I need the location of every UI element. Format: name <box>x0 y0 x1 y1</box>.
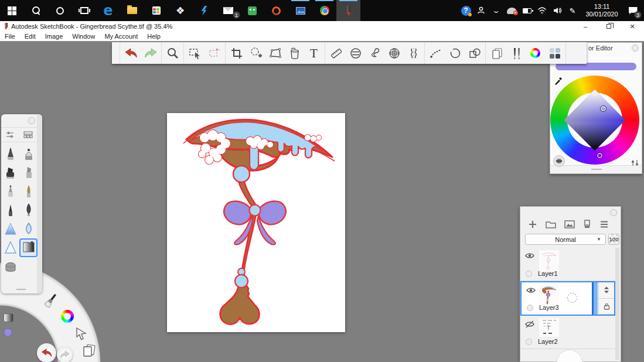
start-button[interactable] <box>0 0 24 21</box>
help-tray-button[interactable]: ? <box>459 0 473 21</box>
taskbar-search-button[interactable] <box>24 0 48 21</box>
add-layer-icon[interactable] <box>528 220 537 229</box>
lagoon-color-wheel-icon[interactable] <box>61 310 74 323</box>
color-puck[interactable] <box>4 328 12 337</box>
predictive-stroke-button[interactable] <box>426 43 445 63</box>
lagoon-brush-icon[interactable] <box>43 292 59 309</box>
blend-mode-dropdown[interactable]: Normal ▼ <box>525 234 606 245</box>
steady-stroke-button[interactable] <box>445 43 465 63</box>
cortana-button[interactable] <box>48 0 72 21</box>
lagoon-layers-icon[interactable] <box>82 344 96 358</box>
eyedropper-icon[interactable] <box>554 76 563 86</box>
hue-selector[interactable] <box>597 152 603 159</box>
layers-scrollbar[interactable] <box>615 248 619 360</box>
transform-tool-button[interactable] <box>246 43 265 63</box>
visibility-eye-icon[interactable] <box>525 252 534 259</box>
color-editor-button[interactable] <box>526 43 545 63</box>
copic-library-button[interactable] <box>545 43 564 63</box>
brush-pencil[interactable] <box>1 145 19 163</box>
brush-inking-pen[interactable] <box>1 201 19 220</box>
menu-window[interactable]: Window <box>67 32 100 41</box>
copy-paste-button[interactable] <box>487 43 506 63</box>
taskbar-mail[interactable]: 1 <box>216 0 240 21</box>
tray-clock[interactable]: 13:11 30/01/2020 <box>581 3 623 18</box>
menu-edit[interactable]: Edit <box>20 32 40 41</box>
volume-tray[interactable] <box>550 0 564 21</box>
crop-tool-button[interactable] <box>227 43 246 63</box>
network-tray[interactable] <box>535 0 549 21</box>
taskbar-chrome[interactable] <box>312 0 336 21</box>
layer-group-icon[interactable] <box>546 220 556 228</box>
menu-my-account[interactable]: My Account <box>100 32 142 41</box>
menu-file[interactable]: File <box>0 32 20 41</box>
zoom-tool-button[interactable] <box>163 43 182 63</box>
taskbar-green-app[interactable] <box>240 0 264 21</box>
redo-button[interactable] <box>141 43 160 63</box>
palette-edge[interactable] <box>37 114 42 293</box>
taskbar-sketchbook[interactable] <box>336 0 360 21</box>
layer-lock-button[interactable] <box>599 299 614 315</box>
taskbar-store[interactable] <box>144 0 168 21</box>
onedrive-tray[interactable] <box>505 0 519 21</box>
minimize-button[interactable]: – <box>574 21 597 32</box>
lagoon-cursor-icon[interactable] <box>75 327 88 341</box>
close-button[interactable]: ✕ <box>621 21 644 32</box>
brush-technical-pencil[interactable] <box>1 238 19 257</box>
brush-library-grid-icon[interactable] <box>23 131 33 139</box>
brush-eraser[interactable] <box>1 257 19 276</box>
palette-collapse-button[interactable] <box>28 117 35 124</box>
lagoon-redo-button[interactable] <box>57 347 73 362</box>
layer3-radio[interactable] <box>527 305 533 311</box>
brush-airbrush[interactable] <box>19 145 38 163</box>
layer-row-layer1[interactable]: Layer1 <box>520 248 615 281</box>
symmetry-tool-button[interactable] <box>404 43 423 63</box>
layer-opacity-field[interactable]: 100 <box>608 234 619 245</box>
brush-puck[interactable] <box>4 313 13 322</box>
brush-paintbrush[interactable] <box>19 182 38 201</box>
taskbar-file-explorer[interactable] <box>120 0 144 21</box>
color-puck-dock-button[interactable] <box>553 155 565 167</box>
layer-row-layer3[interactable]: Layer3 <box>520 281 615 316</box>
shapes-tool-button[interactable] <box>465 43 484 63</box>
lagoon-undo-button[interactable] <box>37 343 56 362</box>
tray-expand-button[interactable]: ⌄ <box>489 0 503 21</box>
layers-collapse-button[interactable] <box>610 209 617 216</box>
french-curve-button[interactable] <box>365 43 384 63</box>
taskbar-photos[interactable] <box>288 0 312 21</box>
canvas[interactable] <box>167 113 345 332</box>
layer-row-layer2[interactable]: Layer2 <box>520 316 615 349</box>
brush-soft-airbrush[interactable] <box>1 220 19 238</box>
layer1-radio[interactable] <box>526 271 532 277</box>
brush-marker[interactable] <box>1 163 19 182</box>
perspective-guide-button[interactable] <box>384 43 404 63</box>
mark-layer-icon[interactable] <box>583 220 591 229</box>
pen-tray[interactable]: ✎ <box>565 0 580 21</box>
brush-library-button[interactable] <box>506 43 526 63</box>
restore-button[interactable] <box>597 21 621 32</box>
layers-bottom-button[interactable] <box>557 350 582 362</box>
color-editor-collapse-button[interactable] <box>632 45 639 52</box>
task-view-button[interactable] <box>72 0 96 21</box>
visibility-eye-off-icon[interactable] <box>525 320 534 328</box>
color-sliders-icon[interactable] <box>631 159 639 167</box>
brush-ballpoint[interactable] <box>1 182 19 201</box>
taskbar-lightning-app[interactable] <box>192 0 216 21</box>
fill-tool-button[interactable] <box>285 43 304 63</box>
select-tool-button[interactable] <box>185 43 205 63</box>
taskbar-edge[interactable]: e <box>96 0 120 21</box>
brush-flair-pen[interactable] <box>19 201 38 220</box>
visibility-eye-icon[interactable] <box>526 287 536 293</box>
brush-settings-icon[interactable] <box>5 131 15 139</box>
ruler-tool-button[interactable] <box>326 43 346 63</box>
layer2-radio[interactable] <box>526 339 532 345</box>
layers-menu-icon[interactable] <box>599 220 609 228</box>
brush-chisel-marker[interactable] <box>19 163 38 182</box>
menu-help[interactable]: Help <box>142 32 165 41</box>
undo-button[interactable] <box>121 43 141 63</box>
power-tray[interactable] <box>520 0 534 21</box>
color-editor-drag-handle[interactable] <box>591 169 602 170</box>
layer-reorder-button[interactable] <box>599 282 614 299</box>
people-button[interactable] <box>474 0 488 21</box>
taskbar-dropbox[interactable]: ❖ <box>168 0 192 21</box>
taskbar-origin[interactable] <box>264 0 288 21</box>
